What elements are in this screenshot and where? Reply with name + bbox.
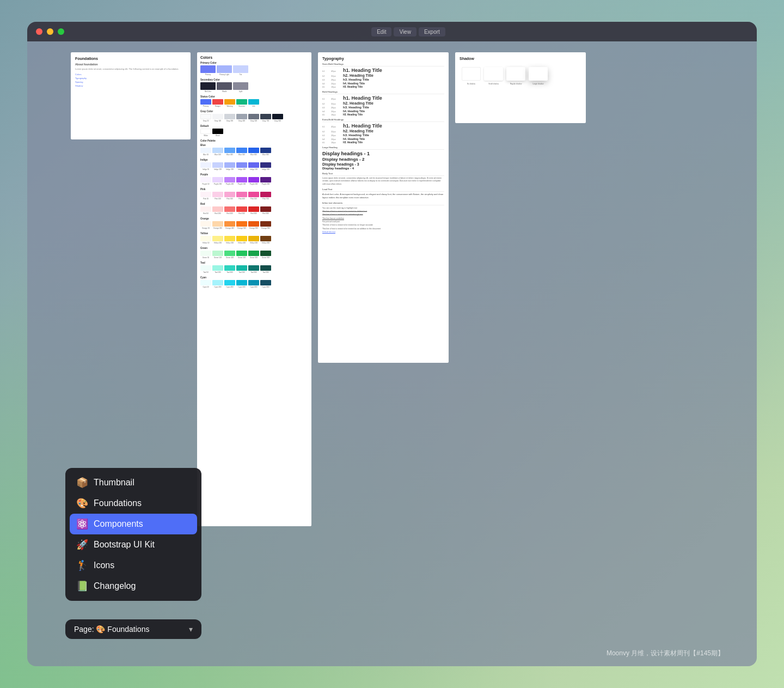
traffic-light-red[interactable] [36, 28, 42, 35]
pink-2: Pink 100 [212, 192, 223, 200]
traffic-light-green[interactable] [58, 28, 64, 35]
inline-text-section: Inline text elements You can use the mar… [322, 202, 444, 234]
cyan-row: Cyan 50 Cyan 200 Cyan 400 Cyan 500 Cyan … [200, 280, 308, 288]
blue-1: Blue 50 [200, 148, 211, 156]
default-label-black: Black [216, 135, 219, 137]
typo-tag-h4-sb: h4 [322, 82, 329, 85]
pink-label-5: Pink 500 [250, 198, 257, 200]
nav-shadow[interactable]: Shadow [75, 84, 186, 87]
blue-swatch-2 [212, 148, 223, 153]
purple-3: Purple 400 [224, 177, 235, 185]
default-white: White [200, 129, 211, 137]
foundations-description: Lorem ipsum dolor sit amet, consectetur … [75, 68, 186, 71]
menu-item-bootstrap[interactable]: 🚀 Bootstrap UI Kit [70, 534, 197, 555]
teal-swatch-3 [224, 265, 235, 271]
nav-spacing[interactable]: Spacing [75, 81, 186, 83]
typo-tag-h4-eb: h4 [322, 138, 329, 141]
primary-swatch-3: Tint [233, 65, 248, 76]
orange-5: Orange 600 [248, 221, 259, 229]
status-color-success [236, 99, 247, 105]
yellow-section: Yellow Yellow 50 Yellow 200 Yellow 300 Y… [200, 232, 308, 244]
red-label-5: Red 600 [250, 212, 256, 215]
shadow-col-md: Regular shadow [506, 67, 525, 85]
red-label-3: Red 400 [226, 212, 232, 215]
gray-color-section: Gray Color Gray 50 Gray 100 Gray 200 Gra… [200, 110, 308, 122]
menu-item-foundations[interactable]: 🎨 Foundations [70, 493, 197, 514]
menu-item-thumbnail[interactable]: 📦 Thumbnail [70, 472, 197, 493]
display-h2: Display headings - 2 [322, 157, 444, 162]
typo-tag-h4-b: h4 [322, 110, 329, 113]
inline-item-8[interactable]: Default link text [322, 230, 444, 234]
status-color-title: Status Color [200, 95, 308, 98]
teal-row: Teal 50 Teal 200 Teal 400 Teal 500 Teal … [200, 265, 308, 273]
pink-label-1: Pink 50 [203, 198, 209, 200]
gray-4: Gray 400 [236, 114, 247, 122]
secondary-label-3: Light [239, 90, 243, 93]
typo-size-h3-eb: 28px [331, 134, 341, 137]
green-6: Green 900 [260, 251, 271, 259]
typo-row-h3-sb: h3 28px h3. Heading Title [322, 78, 444, 81]
shadow-swatches-row: No shadow Small shadow Regular shadow [460, 65, 581, 87]
green-title: Green [200, 247, 308, 249]
typo-row-h1-b: h1 40px h1. Heading Title [322, 95, 444, 101]
menu-item-icons[interactable]: 🏌️ Icons [70, 555, 197, 576]
nav-colors[interactable]: Colors [75, 73, 186, 76]
gray-label-3: Gray 200 [226, 120, 233, 122]
red-title: Red [200, 203, 308, 205]
menu-item-components[interactable]: ⚛️ Components [70, 514, 197, 534]
typo-size-h3-sb: 28px [331, 78, 341, 81]
gray-swatch-4 [236, 114, 247, 119]
large-heading-title: Large Heading [322, 146, 444, 150]
orange-label-2: Orange 200 [213, 227, 222, 229]
yellow-label-6: Yellow 900 [262, 242, 270, 244]
toolbar-btn-edit[interactable]: Edit [371, 27, 391, 36]
toolbar-btn-export[interactable]: Export [419, 27, 445, 36]
pink-label-2: Pink 100 [215, 198, 221, 200]
traffic-light-yellow[interactable] [47, 28, 53, 35]
blue-label-6: Blue 900 [262, 154, 269, 156]
cyan-label-1: Cyan 50 [203, 286, 209, 288]
changelog-emoji: 📗 [76, 580, 88, 592]
lead-text-title: Lead Text [322, 188, 444, 192]
green-section: Green Green 50 Green 100 Green 400 Green… [200, 247, 308, 259]
orange-label-4: Orange 500 [237, 227, 246, 229]
main-container: Edit View Export Foundations ✦ Inspect F… [27, 22, 757, 666]
orange-6: Orange 900 [260, 221, 271, 229]
cyan-2: Cyan 200 [212, 280, 223, 288]
menu-item-changelog[interactable]: 📗 Changelog [70, 576, 197, 596]
gray-3: Gray 200 [224, 114, 235, 122]
red-row: Red 50 Red 200 Red 400 Red 500 Red 600 R… [200, 206, 308, 215]
indigo-4: Indigo 400 [236, 162, 247, 171]
purple-swatch-5 [248, 177, 259, 182]
status-color-primary [200, 99, 211, 105]
blue-row: Blue 50 Blue 100 Blue 400 Blue 500 Blue … [200, 148, 308, 156]
default-color-section: Default White Black [200, 125, 308, 137]
pink-swatch-5 [248, 192, 259, 197]
typo-size-h5-sb: 18px [331, 86, 341, 88]
orange-row: Orange 50 Orange 200 Orange 400 Orange 5… [200, 221, 308, 229]
cyan-6: Cyan 900 [260, 280, 271, 288]
typo-preview-h4-b: h4. Heading Title [343, 109, 365, 113]
primary-color-section: Primary Color Primary Primary Light [200, 62, 308, 76]
indigo-swatch-2 [212, 162, 223, 168]
typo-row-h2-eb: h2 32px h2. Heading Title [322, 129, 444, 133]
yellow-swatch-3 [224, 236, 235, 241]
teal-2: Teal 200 [212, 265, 223, 273]
orange-swatch-1 [200, 221, 211, 227]
typo-tag-h2-sb: h2 [322, 75, 329, 77]
foundations-about-section: About foundation Lorem ipsum dolor sit a… [75, 63, 186, 71]
page-selector-label: Page: 🎨 Foundations [74, 625, 149, 634]
status-warning: Warning [224, 99, 235, 107]
green-5: Green 600 [248, 251, 259, 259]
cyan-swatch-2 [212, 280, 223, 285]
toolbar-btn-view[interactable]: View [394, 27, 416, 36]
blue-label-3: Blue 400 [226, 154, 233, 156]
typo-size-h1-sb: 40px [331, 70, 341, 72]
yellow-label-1: Yellow 50 [203, 242, 210, 244]
gray-7: Gray 900 [272, 114, 283, 122]
page-selector[interactable]: Page: 🎨 Foundations ▾ [65, 619, 201, 639]
nav-typography[interactable]: Typography [75, 77, 186, 80]
purple-swatch-1 [200, 177, 211, 182]
shadow-swatch-none [462, 67, 481, 81]
gray-swatch-1 [200, 114, 211, 119]
